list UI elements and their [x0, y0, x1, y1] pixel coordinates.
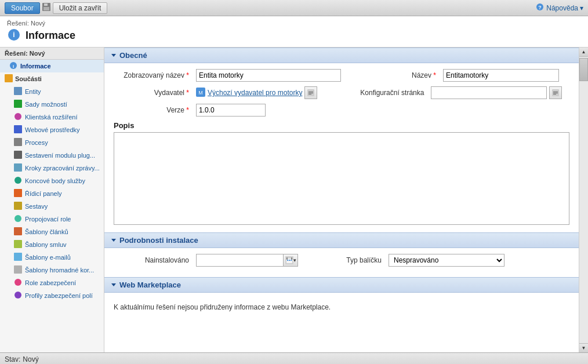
nazev-input[interactable]: [443, 69, 559, 82]
svg-rect-24: [14, 265, 22, 274]
scroll-track: [579, 57, 588, 343]
nazev-label: Název: [390, 71, 436, 79]
sidebar-item-koncove[interactable]: Koncové body služby: [0, 174, 104, 187]
popis-textarea[interactable]: [114, 132, 569, 225]
marketplace-content: K aktuálnímu řešení nejsou přidruženy in…: [104, 293, 579, 322]
sidebar-item-sablony-em[interactable]: Šablony e-mailů: [0, 251, 104, 264]
svg-text:i: i: [13, 31, 14, 39]
file-button[interactable]: Soubor: [5, 2, 40, 14]
svg-rect-36: [553, 94, 556, 94]
zobrazovany-input[interactable]: [196, 69, 341, 82]
svg-rect-42: [289, 260, 290, 261]
verze-label: Verze: [114, 106, 189, 114]
sidebar-item-sablony-sm[interactable]: Šablony smluv: [0, 238, 104, 251]
content-area: Obecné Zobrazovaný název Název Vydavatel: [104, 48, 579, 352]
svg-rect-35: [553, 93, 558, 93]
page-title: Informace: [26, 30, 75, 42]
art-icon: [14, 227, 22, 236]
nainstalovat-input[interactable]: [196, 254, 283, 267]
svg-rect-39: [286, 257, 288, 260]
help-button[interactable]: Nápověda ▾: [546, 4, 583, 12]
sidebar-item-role-zab[interactable]: Role zabezpečení: [0, 276, 104, 289]
sidebar: Řešení: Nový i Informace Součásti Entity…: [0, 48, 104, 352]
sidebar-section-header: Řešení: Nový: [0, 48, 104, 60]
conn-icon: [14, 214, 22, 224]
scroll-thumb[interactable]: [579, 58, 588, 81]
vydavatel-link[interactable]: Výchozí vydavatel pro motorky: [208, 89, 302, 97]
obecne-title: Obecné: [119, 51, 147, 60]
status-value: Nový: [23, 355, 38, 363]
sidebar-item-sestavy[interactable]: Sestavy: [0, 200, 104, 213]
sidebar-item-sady[interactable]: Sady možností: [0, 98, 104, 111]
obecne-content: Zobrazovaný název Název Vydavatel M: [104, 63, 579, 232]
sidebar-item-klientska[interactable]: Klientská rozšíření: [0, 111, 104, 123]
dashboard-icon: [14, 189, 22, 198]
sidebar-item-profily-zab[interactable]: Profily zabezpečení polí: [0, 289, 104, 302]
web-icon: [14, 125, 22, 134]
svg-rect-19: [14, 202, 22, 210]
sidebar-item-entity[interactable]: Entity: [0, 85, 104, 98]
sidebar-item-kroky[interactable]: Kroky zpracování zprávy...: [0, 162, 104, 174]
svg-rect-30: [308, 92, 313, 92]
obecne-header[interactable]: Obecné: [104, 48, 579, 63]
nainstalovat-label: Nainstalováno: [114, 256, 189, 264]
scroll-up-button[interactable]: ▲: [579, 48, 588, 57]
sidebar-group-soucasti[interactable]: Součásti: [0, 72, 104, 85]
sidebar-item-webove[interactable]: Webové prostředky: [0, 123, 104, 136]
svg-rect-9: [5, 74, 13, 82]
svg-point-25: [14, 279, 21, 286]
sidebar-item-propojovaci[interactable]: Propojovací role: [0, 213, 104, 225]
main-layout: Řešení: Nový i Informace Součásti Entity…: [0, 48, 588, 352]
save-close-button[interactable]: Uložit a zavřít: [53, 2, 108, 14]
sidebar-item-sestaveni[interactable]: Sestavení modulu plug...: [0, 149, 104, 162]
podrobnosti-content: Nainstalováno ▾ Typ balíčku Nespravováno: [104, 248, 579, 277]
reports-icon: [14, 202, 22, 211]
svg-point-17: [14, 177, 21, 184]
sidebar-item-sablony-hr[interactable]: Šablony hromadné kor...: [0, 264, 104, 276]
sidebar-item-informace[interactable]: i Informace: [0, 60, 104, 72]
scroll-down-button[interactable]: ▼: [579, 343, 588, 352]
typ-balicku-select[interactable]: Nespravováno Spravováno Patch: [389, 254, 504, 267]
verze-input[interactable]: [196, 104, 266, 117]
konfiguracni-lookup-button[interactable]: [549, 86, 562, 99]
content-wrapper: Obecné Zobrazovaný název Název Vydavatel: [104, 48, 588, 352]
toolbar-right: ? Nápověda ▾: [536, 3, 583, 13]
svg-rect-15: [14, 151, 22, 159]
email-icon: [14, 253, 22, 262]
parts-icon: [5, 74, 13, 83]
status-label: Stav:: [5, 355, 20, 363]
svg-rect-21: [14, 227, 22, 235]
vydavatel-field-group: M Výchozí vydavatel pro motorky: [196, 86, 317, 99]
scrollbar[interactable]: ▲ ▼: [579, 48, 588, 352]
popis-label: Popis: [114, 121, 569, 130]
statusbar: Stav: Nový: [0, 352, 588, 364]
zobrazovany-row: Zobrazovaný název Název: [114, 69, 569, 82]
svg-text:?: ?: [539, 5, 542, 10]
svg-rect-14: [14, 138, 22, 146]
sidebar-item-procesy[interactable]: Procesy: [0, 136, 104, 149]
svg-rect-40: [291, 257, 292, 260]
konfiguracni-input[interactable]: [431, 86, 547, 99]
steps-icon: [14, 163, 22, 173]
sidebar-item-ridici[interactable]: Řídicí panely: [0, 187, 104, 200]
breadcrumb: Řešení: Nový: [7, 20, 581, 27]
marketplace-section: Web Marketplace K aktuálnímu řešení nejs…: [104, 277, 579, 322]
info-icon: i: [9, 61, 17, 71]
nainstalovat-calendar-button[interactable]: ▾: [283, 254, 298, 267]
svg-rect-1: [44, 3, 48, 6]
toolbar: Soubor Uložit a zavřít ? Nápověda ▾: [0, 0, 588, 16]
help-icon: ?: [536, 3, 544, 13]
svg-rect-22: [14, 240, 22, 248]
vydavatel-lookup-button[interactable]: [304, 86, 317, 99]
profile-icon: [14, 291, 22, 300]
marketplace-header[interactable]: Web Marketplace: [104, 277, 579, 293]
podrobnosti-header[interactable]: Podrobnosti instalace: [104, 232, 579, 248]
svg-rect-18: [14, 189, 22, 197]
svg-point-26: [14, 292, 21, 299]
svg-point-20: [14, 215, 21, 222]
zobrazovany-label: Zobrazovaný název: [114, 71, 189, 79]
vydavatel-label: Vydavatel: [114, 89, 189, 97]
marketplace-title: Web Marketplace: [119, 281, 181, 289]
ext-icon: [14, 112, 22, 122]
sidebar-item-sablony-cl[interactable]: Šablony článků: [0, 225, 104, 238]
